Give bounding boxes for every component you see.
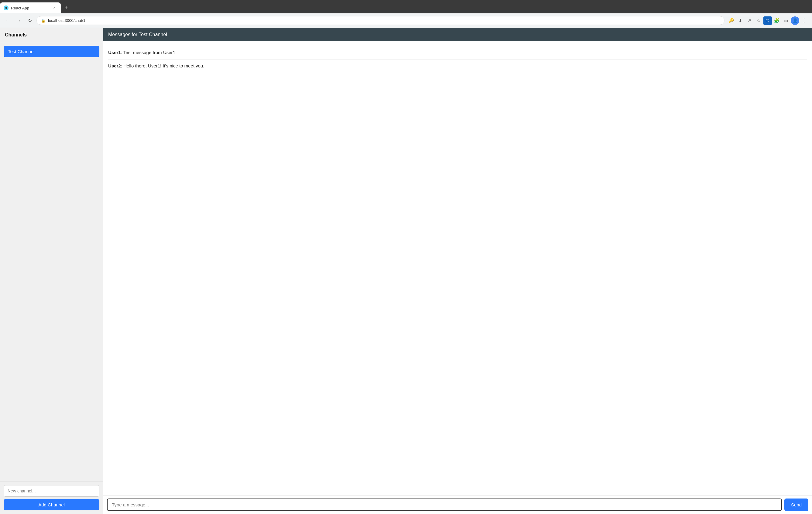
browser-chrome: ⚛ React App × + ← → ↻ 🔒 localhost:3000/c… <box>0 0 812 28</box>
messages-header: Messages for Test Channel <box>103 28 812 41</box>
channels-list: Test Channel <box>0 42 103 481</box>
message-text-1: : Test message from User1! <box>121 50 177 55</box>
channel-item[interactable]: Test Channel <box>4 46 99 57</box>
forward-button[interactable]: → <box>14 17 23 25</box>
tab-bar: ⚛ React App × + <box>0 0 812 13</box>
app-container: Channels Test Channel Add Channel Messag… <box>0 28 812 514</box>
tab-close-button[interactable]: × <box>52 5 57 11</box>
messages-list: User1: Test message from User1! User2: H… <box>103 41 812 495</box>
shield-button[interactable]: 🛡 <box>763 17 772 25</box>
tab-title: React App <box>11 6 49 10</box>
nav-actions: 🔑 ⬇ ↗ ☆ 🛡 🧩 ▭ 👤 ⋮ <box>727 17 808 25</box>
message-input[interactable] <box>107 498 782 511</box>
sidebar-header: Channels <box>0 28 103 42</box>
share-button[interactable]: ↗ <box>745 17 754 25</box>
message-item: User1: Test message from User1! <box>108 46 807 60</box>
browser-menu-button[interactable]: ⋮ <box>800 17 808 25</box>
sidebar-footer: Add Channel <box>0 481 103 514</box>
send-button[interactable]: Send <box>784 498 808 511</box>
download-button[interactable]: ⬇ <box>736 17 745 25</box>
tab-favicon: ⚛ <box>4 5 8 10</box>
active-tab[interactable]: ⚛ React App × <box>0 2 61 13</box>
new-tab-button[interactable]: + <box>62 4 70 12</box>
address-text: localhost:3000/chat/1 <box>48 18 720 23</box>
message-compose: Send <box>103 495 812 514</box>
message-sender-1: User1 <box>108 50 121 55</box>
message-text-2: : Hello there, User1! It's nice to meet … <box>121 63 205 68</box>
sidebar-toggle-button[interactable]: ▭ <box>782 17 790 25</box>
address-bar[interactable]: 🔒 localhost:3000/chat/1 <box>36 16 724 25</box>
puzzle-button[interactable]: 🧩 <box>773 17 781 25</box>
add-channel-button[interactable]: Add Channel <box>4 499 99 510</box>
lock-icon: 🔒 <box>41 19 46 23</box>
profile-button[interactable]: 👤 <box>791 17 799 25</box>
new-channel-input[interactable] <box>4 485 99 497</box>
message-item: User2: Hello there, User1! It's nice to … <box>108 60 807 72</box>
main-layout: Channels Test Channel Add Channel Messag… <box>0 28 812 514</box>
reload-button[interactable]: ↻ <box>26 17 34 25</box>
key-button[interactable]: 🔑 <box>727 17 735 25</box>
sidebar: Channels Test Channel Add Channel <box>0 28 103 514</box>
back-button[interactable]: ← <box>4 17 12 25</box>
message-sender-2: User2 <box>108 63 121 68</box>
nav-bar: ← → ↻ 🔒 localhost:3000/chat/1 🔑 ⬇ ↗ ☆ 🛡 … <box>0 13 812 28</box>
messages-area: Messages for Test Channel User1: Test me… <box>103 28 812 514</box>
star-button[interactable]: ☆ <box>754 17 763 25</box>
